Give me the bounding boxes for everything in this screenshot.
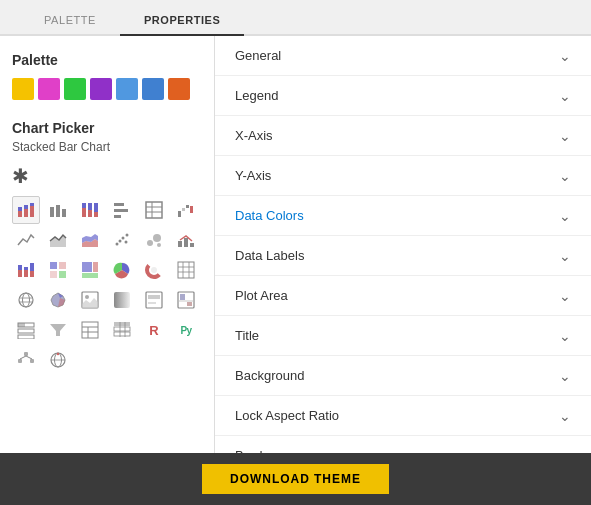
property-row-title[interactable]: Title ⌄ [215, 316, 591, 356]
chevron-icon-legend: ⌄ [559, 88, 571, 104]
chart-icon-treemap[interactable] [76, 256, 104, 284]
chart-icon-r-visual[interactable]: R [140, 316, 168, 344]
svg-marker-26 [50, 235, 66, 247]
svg-rect-5 [30, 203, 34, 206]
chevron-icon-data-colors: ⌄ [559, 208, 571, 224]
tab-palette[interactable]: PALETTE [20, 6, 120, 36]
chart-icon-combo[interactable] [172, 226, 200, 254]
color-swatch-4[interactable] [90, 78, 112, 100]
left-panel: Palette Chart Picker Stacked Bar Chart ✱ [0, 36, 215, 453]
chart-icon-bar[interactable] [44, 196, 72, 224]
svg-rect-16 [114, 209, 128, 212]
chart-icon-scatter[interactable] [108, 226, 136, 254]
chart-icon-image[interactable] [76, 286, 104, 314]
svg-point-61 [19, 293, 33, 307]
svg-rect-52 [82, 273, 98, 278]
chart-picker-title: Chart Picker [12, 120, 202, 136]
svg-rect-76 [18, 323, 25, 327]
chart-icon-matrix2[interactable] [76, 316, 104, 344]
svg-rect-46 [50, 262, 57, 269]
svg-rect-48 [50, 271, 57, 278]
chevron-icon-general: ⌄ [559, 48, 571, 64]
svg-marker-79 [50, 324, 66, 336]
chart-icon-python-visual[interactable]: Py [172, 316, 200, 344]
svg-point-36 [157, 243, 161, 247]
chart-icon-pie[interactable] [108, 256, 136, 284]
chart-icon-stacked-bar[interactable] [12, 196, 40, 224]
chart-picker-subtitle: Stacked Bar Chart [12, 140, 202, 154]
chart-icon-smart-filter[interactable] [44, 316, 72, 344]
svg-rect-56 [178, 262, 194, 278]
property-row-data-colors[interactable]: Data Colors ⌄ [215, 196, 591, 236]
svg-rect-3 [24, 205, 28, 209]
chart-icon-stacked-area[interactable] [76, 226, 104, 254]
property-label-title: Title [235, 328, 259, 343]
property-row-plot-area[interactable]: Plot Area ⌄ [215, 276, 591, 316]
svg-rect-0 [18, 211, 22, 217]
chart-icon-map[interactable] [12, 286, 40, 314]
color-swatch-5[interactable] [116, 78, 138, 100]
chart-icon-custom[interactable] [44, 346, 72, 374]
svg-point-62 [23, 293, 30, 307]
svg-rect-17 [114, 215, 121, 218]
svg-rect-68 [146, 292, 162, 308]
color-swatch-6[interactable] [142, 78, 164, 100]
svg-rect-80 [82, 322, 98, 338]
chart-icon-line[interactable] [12, 226, 40, 254]
chart-icon-matrix[interactable] [44, 256, 72, 284]
tab-bar: PALETTE PROPERTIES [0, 0, 591, 36]
chart-icon-card[interactable] [140, 286, 168, 314]
chart-icon-kpi[interactable] [172, 286, 200, 314]
chart-icon-decomp[interactable] [12, 346, 40, 374]
svg-rect-45 [30, 263, 34, 271]
svg-rect-73 [180, 294, 185, 300]
svg-rect-22 [178, 211, 181, 217]
svg-point-34 [147, 240, 153, 246]
chart-icon-gradient[interactable] [108, 286, 136, 314]
svg-rect-39 [190, 243, 194, 247]
chart-icon-donut[interactable] [140, 256, 168, 284]
svg-point-33 [126, 234, 129, 237]
download-theme-button[interactable]: DOWNLOAD THEME [202, 464, 389, 494]
chart-icon-horiz-bar[interactable] [108, 196, 136, 224]
property-row-background[interactable]: Background ⌄ [215, 356, 591, 396]
svg-rect-15 [114, 203, 124, 206]
chart-icon-slicer[interactable] [12, 316, 40, 344]
chart-icon-100-stacked[interactable] [76, 196, 104, 224]
property-row-general[interactable]: General ⌄ [215, 36, 591, 76]
property-row-border[interactable]: Border ⌄ [215, 436, 591, 453]
svg-rect-37 [178, 241, 182, 247]
chart-icon-area[interactable] [44, 226, 72, 254]
chart-icon-bubble[interactable] [140, 226, 168, 254]
svg-rect-38 [184, 238, 188, 247]
tab-properties[interactable]: PROPERTIES [120, 6, 244, 36]
property-row-yaxis[interactable]: Y-Axis ⌄ [215, 156, 591, 196]
color-swatch-1[interactable] [12, 78, 34, 100]
svg-point-32 [125, 241, 128, 244]
chart-icon-filled-map[interactable] [44, 286, 72, 314]
chart-icon-table2[interactable] [108, 316, 136, 344]
property-label-background: Background [235, 368, 304, 383]
svg-rect-86 [114, 332, 130, 336]
color-swatch-7[interactable] [168, 78, 190, 100]
svg-point-55 [151, 267, 157, 273]
chevron-icon-lock-aspect: ⌄ [559, 408, 571, 424]
svg-line-93 [26, 356, 32, 359]
svg-rect-4 [30, 206, 34, 217]
property-label-xaxis: X-Axis [235, 128, 273, 143]
app-container: PALETTE PROPERTIES Palette Chart Picker … [0, 0, 591, 505]
property-row-lock-aspect[interactable]: Lock Aspect Ratio ⌄ [215, 396, 591, 436]
chart-icon-waterfall[interactable] [172, 196, 200, 224]
asterisk-symbol: ✱ [12, 164, 202, 188]
property-row-xaxis[interactable]: X-Axis ⌄ [215, 116, 591, 156]
property-row-data-labels[interactable]: Data Labels ⌄ [215, 236, 591, 276]
property-row-legend[interactable]: Legend ⌄ [215, 76, 591, 116]
chart-icon-ribbon[interactable] [12, 256, 40, 284]
chart-icon-table[interactable] [140, 196, 168, 224]
svg-rect-23 [182, 208, 185, 211]
chart-icon-gauge[interactable] [172, 256, 200, 284]
color-swatch-3[interactable] [64, 78, 86, 100]
property-label-yaxis: Y-Axis [235, 168, 271, 183]
color-swatch-2[interactable] [38, 78, 60, 100]
svg-rect-78 [18, 335, 34, 339]
